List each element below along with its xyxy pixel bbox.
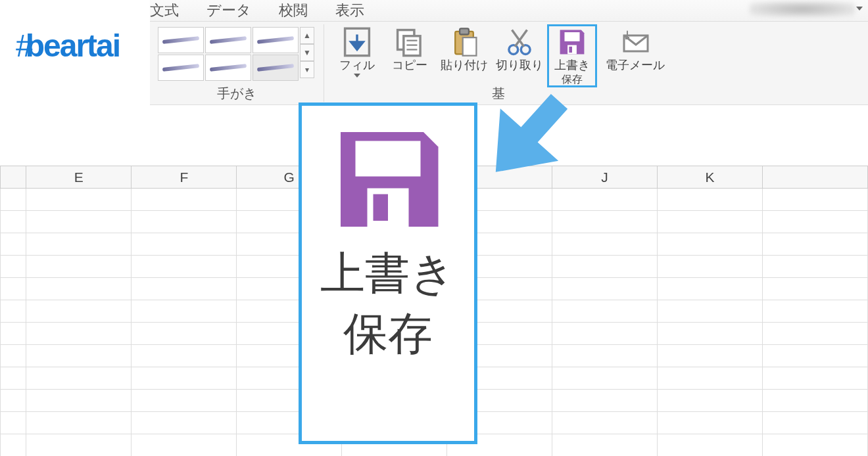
cell[interactable] <box>1 345 26 367</box>
cell[interactable] <box>132 390 237 412</box>
menu-item[interactable]: 文式 <box>150 1 179 20</box>
cell[interactable] <box>658 211 763 233</box>
menu-item[interactable]: データ <box>206 1 251 20</box>
cell[interactable] <box>132 367 237 390</box>
cell[interactable] <box>763 278 868 300</box>
mail-icon <box>620 27 650 57</box>
cell[interactable] <box>1 367 26 390</box>
cell[interactable] <box>1 390 26 412</box>
cell[interactable] <box>26 390 132 412</box>
scroll-up-icon[interactable]: ▲ <box>300 27 314 44</box>
paste-button[interactable]: 貼り付け <box>438 26 491 72</box>
cell[interactable] <box>658 345 763 367</box>
cell[interactable] <box>763 300 868 323</box>
pen-thumb[interactable] <box>205 27 251 53</box>
floppy-disk-icon <box>557 27 587 57</box>
cell[interactable] <box>132 211 237 233</box>
cell[interactable] <box>552 300 658 323</box>
cell[interactable] <box>763 412 868 434</box>
column-header[interactable]: K <box>658 166 763 189</box>
cell[interactable] <box>1 256 26 278</box>
cell[interactable] <box>26 189 132 211</box>
cell[interactable] <box>658 256 763 278</box>
cell[interactable] <box>763 367 868 390</box>
cell[interactable] <box>26 412 132 434</box>
cell[interactable] <box>658 233 763 256</box>
cell[interactable] <box>658 367 763 390</box>
cell[interactable] <box>552 256 658 278</box>
cell[interactable] <box>552 345 658 367</box>
cell[interactable] <box>1 189 26 211</box>
cell[interactable] <box>552 412 658 434</box>
cell[interactable] <box>552 233 658 256</box>
cell[interactable] <box>552 367 658 390</box>
cell[interactable] <box>26 256 132 278</box>
cell[interactable] <box>26 323 132 345</box>
cell[interactable] <box>552 189 658 211</box>
gallery-scrollbar[interactable]: ▲ ▼ ▾ <box>300 27 314 78</box>
cell[interactable] <box>132 189 237 211</box>
cell[interactable] <box>763 211 868 233</box>
column-header[interactable]: E <box>26 166 132 189</box>
chevron-down-icon[interactable] <box>856 7 863 11</box>
account-label[interactable] <box>750 1 855 17</box>
cell[interactable] <box>658 390 763 412</box>
cell[interactable] <box>763 434 868 457</box>
cell[interactable] <box>763 189 868 211</box>
menu-item[interactable]: 校閲 <box>279 1 308 20</box>
scissors-icon <box>504 27 535 57</box>
cell[interactable] <box>1 434 26 457</box>
cell[interactable] <box>552 211 658 233</box>
pen-thumb[interactable] <box>158 55 204 81</box>
fill-button[interactable]: フィル <box>334 26 380 78</box>
cell[interactable] <box>658 323 763 345</box>
pen-thumb[interactable] <box>158 27 204 53</box>
cell[interactable] <box>132 323 237 345</box>
cell[interactable] <box>552 390 658 412</box>
cell[interactable] <box>132 345 237 367</box>
pen-thumb[interactable] <box>253 27 299 53</box>
cell[interactable] <box>26 278 132 300</box>
email-button[interactable]: 電子メール <box>602 26 668 72</box>
menu-item[interactable]: 表示 <box>335 1 364 20</box>
cell[interactable] <box>26 300 132 323</box>
cell[interactable] <box>658 278 763 300</box>
gallery-more-icon[interactable]: ▾ <box>300 61 314 78</box>
cell[interactable] <box>132 412 237 434</box>
cell[interactable] <box>658 300 763 323</box>
cell[interactable] <box>132 233 237 256</box>
cell[interactable] <box>763 390 868 412</box>
column-header[interactable]: F <box>132 166 237 189</box>
cell[interactable] <box>552 323 658 345</box>
cell[interactable] <box>763 233 868 256</box>
copy-button[interactable]: コピー <box>387 26 433 72</box>
cell[interactable] <box>26 345 132 367</box>
cell[interactable] <box>763 345 868 367</box>
cell[interactable] <box>26 434 132 457</box>
cell[interactable] <box>658 412 763 434</box>
cell[interactable] <box>658 189 763 211</box>
pen-thumb[interactable] <box>253 55 299 81</box>
cell[interactable] <box>1 278 26 300</box>
cell[interactable] <box>658 434 763 457</box>
cell[interactable] <box>1 412 26 434</box>
cell[interactable] <box>1 300 26 323</box>
cell[interactable] <box>763 323 868 345</box>
pen-thumb[interactable] <box>205 55 251 81</box>
cell[interactable] <box>132 300 237 323</box>
cell[interactable] <box>763 256 868 278</box>
cell[interactable] <box>26 211 132 233</box>
pen-style-gallery[interactable] <box>158 27 299 81</box>
cell[interactable] <box>26 367 132 390</box>
cell[interactable] <box>1 323 26 345</box>
save-button[interactable]: 上書き 保存 <box>548 26 596 85</box>
cell[interactable] <box>132 434 237 457</box>
cell[interactable] <box>132 256 237 278</box>
scroll-down-icon[interactable]: ▼ <box>300 44 314 61</box>
cell[interactable] <box>132 278 237 300</box>
cell[interactable] <box>1 233 26 256</box>
cell[interactable] <box>552 278 658 300</box>
cell[interactable] <box>26 233 132 256</box>
cell[interactable] <box>1 211 26 233</box>
cell[interactable] <box>552 434 658 457</box>
